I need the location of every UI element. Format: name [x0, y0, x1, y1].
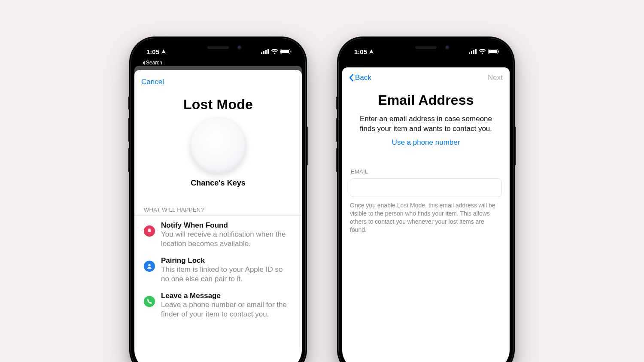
- person-icon: [144, 261, 155, 272]
- airtag-image: [190, 117, 246, 173]
- info-desc: Leave a phone number or email for the fi…: [161, 300, 292, 319]
- cellular-icon: [261, 49, 269, 54]
- status-time: 1:05: [354, 48, 367, 55]
- svg-rect-0: [261, 52, 262, 54]
- notch: [385, 42, 467, 54]
- info-row-message: Leave a Message Leave a phone number or …: [134, 286, 302, 322]
- svg-rect-10: [473, 50, 474, 54]
- breadcrumb-caret-icon: [142, 61, 145, 65]
- svg-rect-9: [471, 51, 472, 54]
- location-icon: [369, 49, 374, 54]
- phone-icon: [144, 296, 155, 307]
- use-phone-number-link[interactable]: Use a phone number: [342, 138, 510, 147]
- chevron-left-icon: [349, 74, 354, 82]
- email-footnote: Once you enable Lost Mode, this email ad…: [342, 197, 510, 234]
- subtitle: Enter an email address in case someone f…: [342, 113, 510, 134]
- battery-icon: [488, 49, 499, 54]
- info-desc: You will receive a notification when the…: [161, 230, 292, 249]
- wifi-icon: [479, 49, 486, 54]
- svg-rect-11: [475, 49, 477, 54]
- info-row-notify: Notify When Found You will receive a not…: [134, 216, 302, 251]
- svg-rect-13: [489, 50, 497, 53]
- phone-frame-left: 1:05 Search Cancel Lost Mode Chance's Ke…: [129, 37, 307, 362]
- info-title: Leave a Message: [161, 292, 292, 300]
- next-button[interactable]: Next: [488, 73, 503, 82]
- svg-rect-5: [281, 50, 289, 53]
- notch: [177, 42, 259, 54]
- cellular-icon: [469, 49, 477, 54]
- status-time: 1:05: [146, 48, 159, 55]
- bell-icon: [144, 225, 155, 237]
- svg-point-7: [148, 264, 150, 266]
- battery-icon: [280, 49, 292, 54]
- svg-rect-6: [291, 51, 292, 53]
- lost-mode-sheet: Cancel Lost Mode Chance's Keys WHAT WILL…: [134, 70, 302, 362]
- item-name-label: Chance's Keys: [134, 179, 302, 188]
- svg-rect-1: [263, 51, 264, 54]
- phone-frame-right: 1:05 Back Next Email Address Enter an em…: [337, 37, 515, 362]
- breadcrumb-back-search[interactable]: Search: [142, 60, 162, 66]
- back-label: Back: [355, 73, 371, 82]
- info-title: Notify When Found: [161, 221, 292, 230]
- info-row-pairing: Pairing Lock This item is linked to your…: [134, 251, 302, 286]
- svg-rect-8: [469, 52, 470, 54]
- svg-rect-2: [265, 50, 267, 54]
- cancel-button[interactable]: Cancel: [141, 78, 164, 86]
- info-title: Pairing Lock: [161, 256, 292, 265]
- email-sheet: Back Next Email Address Enter an email a…: [342, 67, 510, 362]
- breadcrumb-label: Search: [146, 60, 162, 66]
- email-field-label: EMAIL: [351, 168, 502, 175]
- svg-rect-14: [498, 51, 499, 53]
- svg-rect-3: [267, 49, 269, 54]
- wifi-icon: [271, 49, 278, 54]
- section-header: WHAT WILL HAPPEN?: [134, 207, 302, 216]
- location-icon: [161, 49, 166, 54]
- email-input[interactable]: [350, 178, 502, 197]
- page-title: Lost Mode: [134, 97, 302, 113]
- info-desc: This item is linked to your Apple ID so …: [161, 265, 292, 284]
- back-button[interactable]: Back: [349, 73, 371, 82]
- page-title: Email Address: [342, 92, 510, 108]
